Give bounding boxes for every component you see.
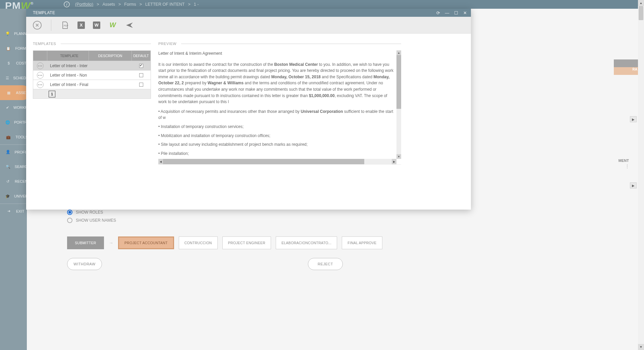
vertical-scrollbar[interactable]: ▲ ▼ <box>396 50 401 159</box>
scroll-down-icon[interactable]: ▼ <box>396 154 401 159</box>
nav-portfolio[interactable]: 🌐PORTFOLIO <box>0 115 27 130</box>
templates-panel: TEMPLATES TEMPLATE DESCRIPTION DEFAULT ●… <box>33 42 151 204</box>
page-number[interactable]: 1 <box>49 91 55 97</box>
col-template[interactable]: TEMPLATE <box>47 51 89 61</box>
table-row[interactable]: ●●● Letter of Intent - Non <box>33 70 151 80</box>
scroll-left-icon[interactable]: ◀ <box>158 159 163 164</box>
horizontal-scrollbar[interactable]: ◀ ▶ <box>158 159 396 164</box>
main-scrollbar[interactable]: ▲ ▼ <box>638 0 644 350</box>
exit-icon: ➜ <box>5 209 12 213</box>
scroll-right-icon[interactable]: ▶ <box>630 182 637 188</box>
scroll-up-icon[interactable]: ▲ <box>638 0 644 6</box>
scroll-thumb[interactable] <box>396 55 401 109</box>
modal-toolbar: ✕ PDF X W W <box>26 17 471 34</box>
bg-rank-label: RA <box>633 68 637 71</box>
info-icon[interactable]: i <box>64 1 70 7</box>
pdf-icon[interactable]: PDF <box>61 21 69 30</box>
preview-bullet: • Pile installation; <box>158 150 394 157</box>
scroll-right-icon[interactable]: ▶ <box>630 116 637 122</box>
reject-button[interactable]: REJECT <box>308 258 343 270</box>
send-icon[interactable] <box>125 21 134 30</box>
nav-forms[interactable]: 📋FORMS <box>0 41 27 56</box>
refresh-icon[interactable]: ⟳ <box>436 10 440 15</box>
pmweb-icon[interactable]: W <box>108 21 117 30</box>
nav-search[interactable]: 🔍SEARCH <box>0 159 27 174</box>
default-checkbox[interactable] <box>139 83 143 87</box>
cancel-button[interactable]: ✕ <box>33 21 42 30</box>
row-template-name: Letter of Intent - Non <box>47 73 89 78</box>
globe-icon: 🌐 <box>5 120 10 125</box>
modal-titlebar: TEMPLATE ⟳ — ☐ ✕ <box>26 9 471 17</box>
sidebar: 💡PLANNING 📋FORMS $COST ☰SCHEDULING ▦ASSE… <box>0 9 27 350</box>
list-icon: ☰ <box>5 76 9 80</box>
workflow-step[interactable]: ELABORACIONCONTRATO... <box>276 236 337 249</box>
template-modal: TEMPLATE ⟳ — ☐ ✕ ✕ PDF X W W TEMPLATES T… <box>26 9 471 210</box>
nav-assets[interactable]: ▦ASSETS <box>0 85 30 100</box>
breadcrumb-item[interactable]: LETTER OF INTENT <box>145 2 184 7</box>
graduation-icon: 🎓 <box>5 194 10 199</box>
scroll-down-icon[interactable]: ▼ <box>638 344 644 350</box>
preview-bullet: • Installation of temporary construction… <box>158 124 394 130</box>
nav-workflow[interactable]: ✔WORKFLOW <box>0 100 27 115</box>
default-checkbox[interactable] <box>139 64 143 68</box>
radio-unchecked-icon[interactable] <box>67 218 72 223</box>
breadcrumb-item[interactable]: Forms <box>124 2 136 7</box>
default-checkbox[interactable] <box>139 73 143 77</box>
templates-table: TEMPLATE DESCRIPTION DEFAULT ●●● Letter … <box>33 50 151 99</box>
nav-university[interactable]: 🎓UNIVERSITY <box>0 189 27 204</box>
arrow-right-icon: → <box>109 240 113 246</box>
table-row[interactable]: ●●● Letter of Intent - Final <box>33 80 151 89</box>
templates-heading: TEMPLATES <box>33 42 56 46</box>
excel-icon[interactable]: X <box>77 21 85 29</box>
row-options-icon[interactable]: ●●● <box>37 72 44 79</box>
radio-checked-icon[interactable] <box>67 210 72 215</box>
preview-heading: PREVIEW <box>158 42 176 46</box>
modal-title-text: TEMPLATE <box>33 10 55 15</box>
nav-scheduling[interactable]: ☰SCHEDULING <box>0 71 27 85</box>
workflow-row: SUBMITTER → PROJECT ACCOUNTANT CONTRUCCI… <box>67 236 631 249</box>
maximize-icon[interactable]: ☐ <box>454 10 459 15</box>
check-icon: ✔ <box>5 105 9 110</box>
user-icon: 👤 <box>5 150 11 154</box>
nav-tools[interactable]: 💼TOOLS <box>0 130 27 144</box>
scroll-thumb[interactable] <box>163 159 364 164</box>
nav-profile[interactable]: 👤PROFILE <box>0 144 27 159</box>
preview-bullet: • Mobilization and installation of tempo… <box>158 133 394 139</box>
briefcase-icon: 💼 <box>5 135 11 139</box>
preview-paragraph: It is our intention to award the contrac… <box>158 61 394 105</box>
col-default[interactable]: DEFAULT <box>132 51 151 61</box>
clipboard-icon: 📋 <box>5 46 11 51</box>
nav-planning[interactable]: 💡PLANNING <box>0 26 27 41</box>
table-footer: 1 <box>33 89 151 98</box>
col-description[interactable]: DESCRIPTION <box>89 51 132 61</box>
word-icon[interactable]: W <box>93 21 100 29</box>
breadcrumb-item[interactable]: 1 - <box>194 2 199 7</box>
breadcrumb-root[interactable]: (Portfolio) <box>75 2 93 7</box>
scroll-thumb[interactable] <box>639 6 643 20</box>
grid-icon: ▦ <box>5 91 12 95</box>
scroll-right-icon[interactable]: ▶ <box>392 159 396 164</box>
nav-cost[interactable]: $COST <box>0 56 27 71</box>
row-options-icon[interactable]: ●●● <box>37 62 44 69</box>
workflow-step[interactable]: CONTRUCCION <box>179 236 218 249</box>
show-roles-option[interactable]: SHOW ROLES <box>67 210 631 215</box>
menu-dots-icon[interactable]: ⋮ <box>625 164 629 169</box>
workflow-step[interactable]: PROJECT ACCOUNTANT <box>118 236 174 249</box>
nav-exit[interactable]: ➜EXIT <box>0 204 27 218</box>
scroll-up-icon[interactable]: ▲ <box>396 50 401 55</box>
show-users-label: SHOW USER NAMES <box>76 218 116 223</box>
workflow-step[interactable]: PROJECT ENGINEER <box>222 236 271 249</box>
roles-area: SHOW ROLES SHOW USER NAMES SUBMITTER → P… <box>67 210 631 270</box>
withdraw-button[interactable]: WITHDRAW <box>67 258 102 270</box>
minimize-icon[interactable]: — <box>445 10 450 15</box>
show-roles-label: SHOW ROLES <box>76 210 103 215</box>
row-options-icon[interactable]: ●●● <box>37 81 44 88</box>
show-users-option[interactable]: SHOW USER NAMES <box>67 218 631 223</box>
breadcrumb-item[interactable]: Assets <box>103 2 115 7</box>
close-icon[interactable]: ✕ <box>463 10 467 15</box>
row-template-name: Letter of Intent - Inter <box>47 63 89 68</box>
nav-recent[interactable]: ↺RECENT <box>0 174 27 189</box>
workflow-step[interactable]: FINAL APPROVE <box>342 236 382 249</box>
table-row[interactable]: ●●● Letter of Intent - Inter <box>33 61 151 70</box>
workflow-submitter[interactable]: SUBMITTER <box>67 236 104 249</box>
